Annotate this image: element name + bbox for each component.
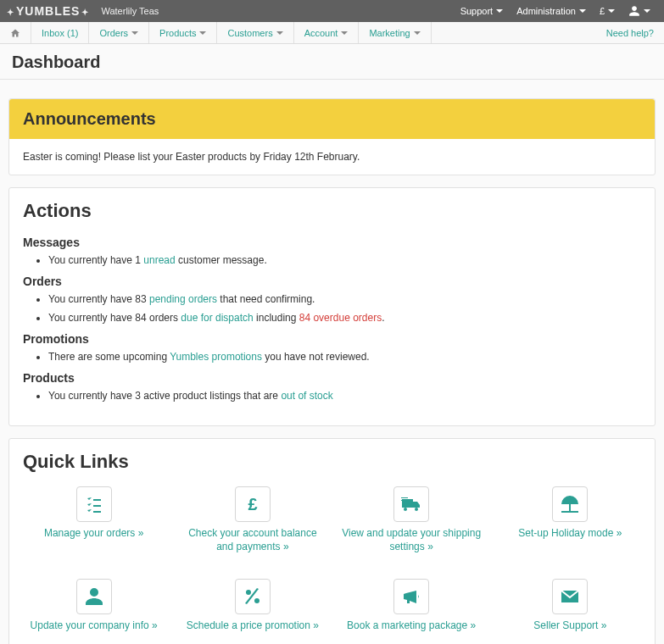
user-icon bbox=[76, 579, 112, 614]
svg-point-1 bbox=[246, 590, 251, 595]
nav-orders[interactable]: Orders bbox=[89, 22, 149, 43]
overdue-orders-link[interactable]: 84 overdue orders bbox=[299, 312, 382, 324]
ql-manage-orders[interactable]: Manage your orders » bbox=[23, 486, 165, 553]
announcements-heading: Announcements bbox=[9, 99, 655, 139]
promotions-heading: Promotions bbox=[23, 332, 641, 346]
caret-down-icon bbox=[608, 9, 615, 13]
nav-home[interactable] bbox=[0, 22, 31, 43]
user-icon bbox=[628, 5, 640, 17]
ql-label: Update your company info » bbox=[23, 619, 165, 633]
orders-dispatch-item: You currently have 84 orders due for dis… bbox=[48, 312, 641, 324]
nav-marketing[interactable]: Marketing bbox=[359, 22, 431, 43]
ql-account-balance[interactable]: £ Check your account balance and payment… bbox=[181, 486, 323, 553]
caret-down-icon bbox=[644, 9, 650, 13]
text: You currently have 83 bbox=[48, 293, 149, 305]
nav-account-label: Account bbox=[304, 28, 338, 38]
ql-price-promotion[interactable]: Schedule a price promotion » bbox=[181, 579, 323, 633]
support-menu[interactable]: Support bbox=[454, 6, 511, 16]
logo[interactable]: YUMBLES bbox=[7, 4, 89, 18]
nav-customers[interactable]: Customers bbox=[217, 22, 293, 43]
messages-item: You currently have 1 unread customer mes… bbox=[48, 254, 641, 266]
umbrella-icon bbox=[552, 486, 588, 522]
caret-down-icon bbox=[199, 31, 206, 35]
ql-seller-support[interactable]: Seller Support » bbox=[499, 579, 641, 633]
caret-down-icon bbox=[341, 31, 348, 35]
percent-icon bbox=[235, 579, 271, 614]
ql-shipping-settings[interactable]: View and update your shipping settings » bbox=[341, 486, 483, 553]
text: that need confirming. bbox=[217, 293, 315, 305]
nav-products-label: Products bbox=[159, 28, 196, 38]
top-bar: YUMBLES Waterlily Teas Support Administr… bbox=[0, 0, 664, 22]
nav-customers-label: Customers bbox=[227, 28, 272, 38]
support-label: Support bbox=[460, 6, 494, 16]
quick-links-heading: Quick Links bbox=[23, 451, 641, 473]
nav-orders-label: Orders bbox=[99, 28, 128, 38]
user-menu[interactable] bbox=[622, 5, 657, 17]
ql-label: Schedule a price promotion » bbox=[181, 619, 323, 633]
messages-heading: Messages bbox=[23, 236, 641, 249]
shop-name: Waterlily Teas bbox=[101, 6, 159, 16]
announcements-panel: Announcements Easter is coming! Please l… bbox=[8, 98, 656, 175]
text: . bbox=[382, 312, 384, 324]
products-heading: Products bbox=[23, 371, 641, 385]
currency-label: £ bbox=[600, 6, 605, 16]
out-of-stock-link[interactable]: out of stock bbox=[281, 390, 332, 402]
truck-icon bbox=[393, 486, 429, 522]
page-title: Dashboard bbox=[0, 44, 664, 80]
envelope-icon bbox=[552, 579, 588, 614]
products-item: You currently have 3 active product list… bbox=[48, 390, 641, 402]
actions-panel: Actions Messages You currently have 1 un… bbox=[8, 187, 656, 426]
caret-down-icon bbox=[131, 31, 138, 35]
text: you have not reviewed. bbox=[262, 351, 370, 363]
home-icon bbox=[10, 28, 20, 38]
orders-heading: Orders bbox=[23, 275, 641, 288]
ql-label: Seller Support » bbox=[499, 619, 641, 633]
nav-bar: Inbox (1) Orders Products Customers Acco… bbox=[0, 22, 664, 44]
ql-label: Set-up Holiday mode » bbox=[499, 527, 641, 541]
orders-pending-item: You currently have 83 pending orders tha… bbox=[48, 293, 641, 305]
unread-link[interactable]: unread bbox=[143, 254, 175, 266]
text: You currently have 3 active product list… bbox=[48, 390, 281, 402]
svg-point-2 bbox=[254, 598, 259, 603]
nav-products[interactable]: Products bbox=[149, 22, 217, 43]
caret-down-icon bbox=[496, 9, 503, 13]
ql-company-info[interactable]: Update your company info » bbox=[23, 579, 165, 633]
ql-marketing-package[interactable]: Book a marketing package » bbox=[341, 579, 483, 633]
caret-down-icon bbox=[276, 31, 283, 35]
caret-down-icon bbox=[414, 31, 421, 35]
due-for-dispatch-link[interactable]: due for dispatch bbox=[181, 312, 253, 324]
quick-links-panel: Quick Links Manage your orders » £ Check… bbox=[8, 438, 656, 644]
ql-label: Manage your orders » bbox=[23, 527, 165, 541]
text: You currently have 84 orders bbox=[48, 312, 181, 324]
ql-label: Book a marketing package » bbox=[341, 619, 483, 633]
text: including bbox=[254, 312, 299, 324]
announcements-body: Easter is coming! Please list your Easte… bbox=[9, 139, 655, 175]
nav-account[interactable]: Account bbox=[294, 22, 360, 43]
bullhorn-icon bbox=[393, 579, 429, 614]
pending-orders-link[interactable]: pending orders bbox=[149, 293, 217, 305]
nav-inbox[interactable]: Inbox (1) bbox=[31, 22, 89, 43]
caret-down-icon bbox=[579, 9, 586, 13]
actions-heading: Actions bbox=[23, 200, 641, 222]
pound-icon: £ bbox=[235, 486, 271, 522]
yumbles-promotions-link[interactable]: Yumbles promotions bbox=[170, 351, 262, 363]
promotions-item: There are some upcoming Yumbles promotio… bbox=[48, 351, 641, 363]
ql-label: Check your account balance and payments … bbox=[181, 527, 323, 553]
svg-text:£: £ bbox=[248, 495, 257, 514]
need-help-link[interactable]: Need help? bbox=[596, 22, 664, 43]
nav-marketing-label: Marketing bbox=[369, 28, 410, 38]
currency-menu[interactable]: £ bbox=[593, 6, 622, 16]
text: There are some upcoming bbox=[48, 351, 170, 363]
ql-label: View and update your shipping settings » bbox=[341, 527, 483, 553]
text: customer message. bbox=[176, 254, 267, 266]
ql-holiday-mode[interactable]: Set-up Holiday mode » bbox=[499, 486, 641, 553]
list-icon bbox=[76, 486, 112, 522]
text: You currently have 1 bbox=[48, 254, 143, 266]
administration-menu[interactable]: Administration bbox=[510, 6, 593, 16]
admin-label: Administration bbox=[516, 6, 576, 16]
